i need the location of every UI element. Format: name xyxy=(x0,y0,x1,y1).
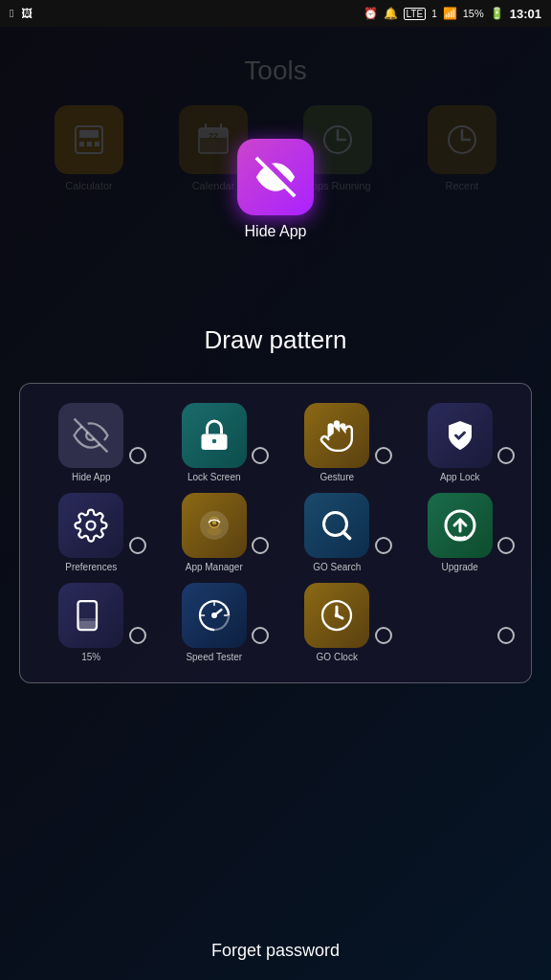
pattern-dot-hideapp xyxy=(129,447,146,464)
gosearch-icon xyxy=(304,493,369,558)
applock-icon xyxy=(428,403,493,468)
lte-indicator: LTE xyxy=(404,8,427,20)
image-icon: 🖼 xyxy=(21,7,33,20)
svg-line-31 xyxy=(214,610,222,615)
pattern-dot-15percent xyxy=(129,627,146,644)
status-bar:  🖼 ⏰ 🔔 LTE 1 📶 15% 🔋 13:01 xyxy=(0,0,551,27)
pattern-dot-gosearch xyxy=(375,537,392,554)
pattern-container: Hide App Lock Screen Ge xyxy=(19,383,532,683)
pattern-dot-goclock xyxy=(375,627,392,644)
preferences-icon xyxy=(58,493,123,558)
pattern-dot-gesture xyxy=(375,447,392,464)
pattern-app-applock[interactable]: App Lock xyxy=(404,403,518,483)
sim-indicator: 1 xyxy=(431,9,437,19)
pattern-app-gosearch[interactable]: GO Search xyxy=(280,493,394,573)
svg-point-15 xyxy=(212,439,217,444)
pattern-app-hideapp[interactable]: Hide App xyxy=(34,403,148,483)
svg-rect-29 xyxy=(78,621,98,630)
pattern-dot-speedtester xyxy=(252,627,269,644)
eye-slash-svg xyxy=(254,156,297,198)
pattern-app-empty xyxy=(404,583,518,663)
gesture-label: Gesture xyxy=(320,472,354,483)
signal-icon: 📶 xyxy=(443,7,457,20)
hide-app-popup: Hide App xyxy=(237,139,314,240)
draw-pattern-title: Draw pattern xyxy=(205,325,347,355)
pattern-app-lockscreen[interactable]: Lock Screen xyxy=(158,403,272,483)
pattern-grid: Hide App Lock Screen Ge xyxy=(30,403,521,663)
pattern-app-upgrade[interactable]: Upgrade xyxy=(404,493,518,573)
speedtester-label: Speed Tester xyxy=(186,652,242,663)
battery-icon: 🔋 xyxy=(490,7,504,20)
gosearch-label: GO Search xyxy=(313,562,361,573)
pattern-app-preferences[interactable]: Preferences xyxy=(34,493,148,573)
applock-label: App Lock xyxy=(440,472,480,483)
alarm-icon: ⏰ xyxy=(364,7,378,20)
appmanager-icon xyxy=(182,493,247,558)
time-display: 13:01 xyxy=(510,7,541,21)
pattern-app-gesture[interactable]: Gesture xyxy=(280,403,394,483)
pattern-dot-appmanager xyxy=(252,537,269,554)
facebook-icon:  xyxy=(10,7,13,20)
15percent-label: 15% xyxy=(81,652,100,663)
preferences-label: Preferences xyxy=(65,562,117,573)
upgrade-icon xyxy=(428,493,493,558)
15percent-icon xyxy=(58,583,123,648)
svg-line-24 xyxy=(343,532,350,539)
pattern-app-goclock[interactable]: GO Clock xyxy=(280,583,394,663)
hideapp-label: Hide App xyxy=(72,472,111,483)
goclock-label: GO Clock xyxy=(317,652,358,663)
vol-icon: 🔔 xyxy=(384,7,398,20)
speedtester-icon xyxy=(182,583,247,648)
hide-app-popup-label: Hide App xyxy=(245,223,307,240)
svg-point-33 xyxy=(335,613,340,618)
upgrade-label: Upgrade xyxy=(442,562,478,573)
empty-icon xyxy=(428,583,493,648)
status-left-icons:  🖼 xyxy=(10,7,33,20)
pattern-dot-lockscreen xyxy=(252,447,269,464)
pattern-app-appmanager[interactable]: App Manager xyxy=(158,493,272,573)
pattern-dot-preferences xyxy=(129,537,146,554)
status-right-icons: ⏰ 🔔 LTE 1 📶 15% 🔋 13:01 xyxy=(364,7,541,21)
pattern-dot-empty xyxy=(497,627,515,644)
gesture-icon xyxy=(304,403,369,468)
goclock-icon xyxy=(304,583,369,648)
pattern-app-speedtester[interactable]: Speed Tester xyxy=(158,583,272,663)
pattern-dot-upgrade xyxy=(497,537,515,554)
hide-app-popup-icon xyxy=(237,139,314,215)
forget-password[interactable]: Forget password xyxy=(211,941,340,961)
lockscreen-label: Lock Screen xyxy=(187,472,241,483)
battery-percent: 15% xyxy=(463,8,484,19)
svg-point-22 xyxy=(212,521,217,525)
hideapp-icon xyxy=(58,403,123,468)
appmanager-label: App Manager xyxy=(186,562,243,573)
pattern-app-15percent[interactable]: 15% xyxy=(34,583,148,663)
pattern-dot-applock xyxy=(497,447,515,464)
lockscreen-icon xyxy=(182,403,247,468)
